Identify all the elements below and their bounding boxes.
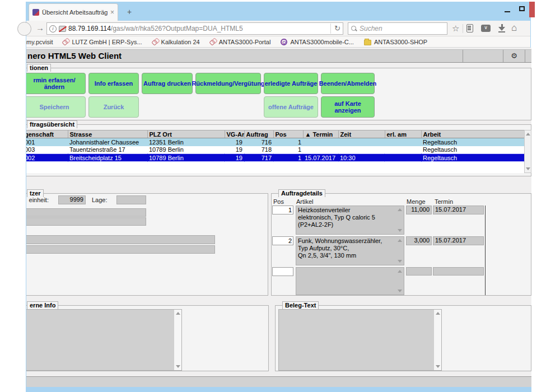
bookmark-item[interactable]: Q ANTAS3000mobile-C... [281, 39, 354, 45]
scroll-down-icon[interactable] [526, 167, 530, 170]
link-icon [210, 39, 216, 45]
col-pos[interactable]: Pos [273, 130, 303, 138]
col-liegenschaft[interactable]: genschaft [26, 130, 68, 138]
col-erl-am[interactable]: erl. am [385, 130, 421, 138]
table-row[interactable]: 003 Tauentzienstraße 17 10789 Berlin 19 … [26, 146, 524, 154]
artikel-box-3 [296, 267, 404, 295]
scroll-up-icon[interactable] [176, 312, 180, 315]
col-termin-sorted[interactable]: ▲ Termin [303, 130, 338, 138]
table-row-selected[interactable]: 002 Breitscheidplatz 15 10789 Berlin 19 … [26, 154, 524, 162]
nutzer-field-1 [26, 208, 146, 217]
termin-field-3 [433, 267, 484, 276]
home-icon[interactable]: ⌂ [511, 22, 517, 34]
bookmarks-menu-icon[interactable] [466, 24, 473, 32]
bookmark-label: ANTAS3000-SHOP [374, 39, 427, 45]
search-box[interactable] [348, 22, 447, 35]
info-erfassen-button[interactable]: Info erfassen [88, 73, 139, 94]
scroll-up-icon[interactable] [398, 269, 402, 274]
q-badge-icon: Q [281, 39, 287, 45]
details-divider [485, 206, 486, 295]
erledigte-auftraege-button[interactable]: erledigte Aufträge [264, 73, 318, 94]
app-header: nero HTML5 Web Client ⚙ [26, 49, 531, 63]
rueckmeldung-button[interactable]: Rückmeldung/Vergütung [195, 73, 261, 94]
scroll-down-icon[interactable] [436, 365, 440, 368]
forward-icon[interactable]: → [36, 23, 44, 32]
scroll-down-icon[interactable] [398, 288, 402, 293]
interne-info-legend: erne Info [27, 301, 58, 309]
bookmark-item[interactable]: ANTAS3000-Portal [210, 39, 271, 45]
orders-table-wrap: genschaft Strasse PLZ Ort VG-Art Auftrag… [26, 130, 524, 173]
pos-input-3[interactable] [272, 267, 293, 276]
scroll-down-icon[interactable] [176, 365, 180, 368]
orders-scrollbar[interactable] [524, 130, 531, 173]
minimize-icon [505, 11, 510, 12]
new-tab-button[interactable]: + [124, 7, 135, 17]
title-bar: Übersicht Arbeitsaufträge hk × + [26, 2, 530, 21]
tab-favicon-icon [32, 9, 39, 16]
col-plz-ort[interactable]: PLZ Ort [147, 130, 225, 138]
auftrag-drucken-button[interactable]: Auftrag drucken [142, 73, 193, 94]
bookmark-label: LUTZ GmbH | ERP-Sys... [72, 39, 142, 45]
url-bar[interactable]: i 88.79.169.114/gas/wa/r/hka526?OutputMa… [46, 22, 343, 35]
gear-icon: ⚙ [511, 52, 517, 60]
beleg-text-legend: Beleg-Text [282, 301, 319, 309]
details-col-menge: Menge [407, 198, 426, 205]
details-col-termin: Termin [435, 198, 453, 205]
pos-input-1[interactable] [272, 206, 293, 214]
bookmark-star-icon[interactable]: ☆ [452, 24, 459, 34]
back-button[interactable] [17, 22, 31, 36]
close-button[interactable] [529, 2, 535, 17]
settings-button[interactable]: ⚙ [503, 50, 525, 62]
plugin-blocked-icon[interactable] [59, 26, 66, 32]
interne-info-textarea[interactable] [26, 309, 182, 371]
speichern-button[interactable]: Speichern [26, 96, 86, 118]
textarea-scrollbar[interactable] [174, 310, 181, 370]
maximize-button[interactable] [515, 2, 529, 16]
col-auftrag[interactable]: Auftrag [244, 130, 273, 138]
details-col-pos: Pos [273, 198, 284, 205]
pos-input-2[interactable] [272, 236, 293, 245]
zurueck-button[interactable]: Zurück [88, 96, 139, 118]
url-host: 88.79.169.114 [68, 25, 111, 32]
beleg-text-textarea[interactable] [278, 309, 442, 371]
offene-auftraege-button[interactable]: offene Aufträge [264, 96, 318, 118]
bookmark-item[interactable]: my.pcvisit [26, 39, 53, 45]
menge-field-2: 3,000 [406, 236, 432, 245]
scroll-down-icon[interactable] [398, 259, 402, 263]
reload-icon[interactable]: ↻ [330, 24, 340, 34]
site-info-icon[interactable]: i [49, 25, 57, 32]
scroll-up-icon[interactable] [398, 208, 402, 212]
beenden-abmelden-button[interactable]: Beenden/Abmelden [321, 73, 375, 94]
scroll-up-icon[interactable] [398, 239, 402, 243]
url-text[interactable]: 88.79.169.114/gas/wa/r/hka526?OutputMap=… [68, 25, 328, 32]
table-row[interactable]: 001 Johannisthaler Chaussee 12351 Berlin… [26, 138, 524, 146]
termin-erfassen-button[interactable]: rmin erfassen/ändern [26, 73, 86, 94]
scroll-up-icon[interactable] [436, 312, 440, 315]
link-icon [63, 39, 69, 45]
bookmark-item[interactable]: ANTAS3000-SHOP [364, 39, 427, 45]
search-input[interactable] [360, 25, 444, 32]
orders-header-row: genschaft Strasse PLZ Ort VG-Art Auftrag… [26, 130, 524, 138]
auf-karte-anzeigen-button[interactable]: auf Karte anzeigen [321, 96, 375, 118]
col-vg-art[interactable]: VG-Art [225, 130, 244, 138]
menge-field-1: 11,000 [406, 206, 432, 214]
pocket-icon[interactable]: ∨ [481, 25, 491, 32]
artikel-text-1: Heizkostenverteiler elektronisch, Typ Q … [298, 207, 395, 234]
bookmark-item[interactable]: Kalkulation 24 [152, 39, 200, 45]
details-legend: Auftragdetails [278, 189, 325, 197]
minimize-button[interactable] [500, 2, 515, 16]
artikel-box-1: Heizkostenverteiler elektronisch, Typ Q … [296, 206, 404, 235]
col-strasse[interactable]: Strasse [68, 130, 147, 138]
download-icon[interactable] [498, 24, 505, 32]
page-title: nero HTML5 Web Client [27, 50, 122, 62]
textarea-scrollbar[interactable] [433, 310, 441, 370]
bookmark-item[interactable]: LUTZ GmbH | ERP-Sys... [63, 39, 142, 45]
tab-close-icon[interactable]: × [110, 8, 114, 16]
orders-table: genschaft Strasse PLZ Ort VG-Art Auftrag… [26, 130, 525, 162]
col-arbeit[interactable]: Arbeit [421, 130, 524, 138]
col-zeit[interactable]: Zeit [338, 130, 385, 138]
scroll-down-icon[interactable] [398, 228, 402, 232]
browser-tab[interactable]: Übersicht Arbeitsaufträge hk × [29, 3, 118, 21]
scroll-up-icon[interactable] [526, 133, 530, 136]
toolbar-separator [463, 24, 463, 33]
